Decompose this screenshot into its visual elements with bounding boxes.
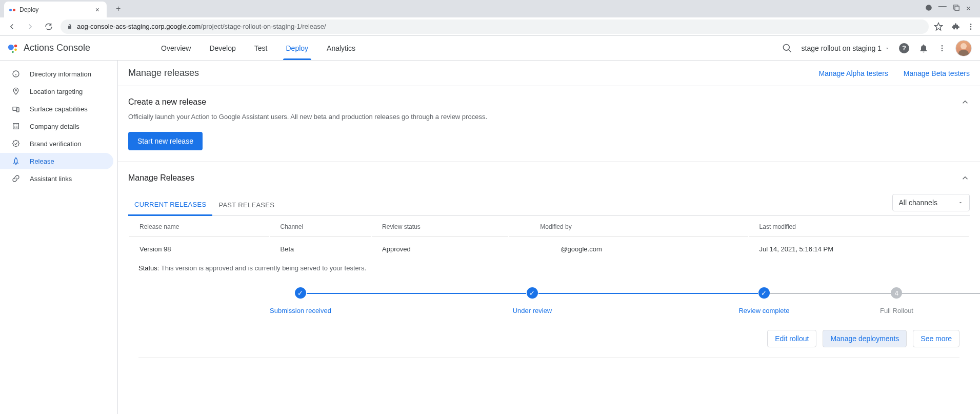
more-menu-icon[interactable] bbox=[938, 44, 946, 52]
search-icon[interactable] bbox=[782, 43, 792, 53]
url-text: aog-console-acs-staging.corp.google.com/… bbox=[77, 23, 326, 30]
sidebar-label: Location targeting bbox=[30, 88, 83, 95]
business-icon bbox=[11, 122, 21, 130]
account-circle-icon[interactable] bbox=[925, 4, 932, 11]
app-logo[interactable]: Actions Console bbox=[7, 43, 90, 54]
action-row: Edit rollout Manage deployments See more bbox=[128, 330, 970, 358]
svg-point-3 bbox=[970, 24, 972, 25]
manage-beta-link[interactable]: Manage Beta testers bbox=[904, 69, 970, 77]
window-controls: — × bbox=[925, 4, 976, 13]
dropdown-icon bbox=[885, 46, 890, 51]
maximize-icon[interactable] bbox=[953, 4, 960, 11]
avatar[interactable] bbox=[955, 40, 972, 56]
collapse-icon[interactable] bbox=[961, 97, 970, 107]
col-channel: Channel bbox=[270, 217, 371, 237]
verified-icon bbox=[11, 140, 21, 148]
svg-point-9 bbox=[12, 51, 14, 53]
sidebar-item-location[interactable]: Location targeting bbox=[0, 83, 113, 100]
manage-releases-section: Manage Releases CURRENT RELEASES PAST RE… bbox=[118, 162, 980, 369]
create-release-section: Create a new release Officially launch y… bbox=[118, 86, 980, 162]
tab-deploy[interactable]: Deploy bbox=[277, 36, 318, 60]
location-icon bbox=[11, 87, 21, 95]
tab-test[interactable]: Test bbox=[245, 36, 277, 60]
close-tab-icon[interactable]: × bbox=[93, 6, 102, 14]
browser-menu-icon[interactable] bbox=[967, 23, 975, 31]
svg-point-4 bbox=[970, 26, 972, 27]
status-line: Status: This version is approved and is … bbox=[128, 261, 970, 282]
filter-label: All channels bbox=[899, 199, 938, 207]
cell-last-modified: Jul 14, 2021, 5:16:14 PM bbox=[749, 238, 969, 260]
channel-filter[interactable]: All channels bbox=[892, 194, 970, 211]
svg-rect-2 bbox=[955, 6, 959, 10]
step-review-complete: ✓ Review complete bbox=[648, 287, 880, 314]
svg-point-15 bbox=[15, 90, 17, 91]
step-under-review: ✓ Under review bbox=[416, 287, 648, 314]
content: Manage releases Manage Alpha testers Man… bbox=[118, 61, 980, 414]
stepper: ✓ Submission received ✓ Under review ✓ R… bbox=[128, 282, 970, 330]
reload-icon[interactable] bbox=[42, 20, 55, 33]
see-more-button[interactable]: See more bbox=[913, 330, 959, 347]
address-bar: aog-console-acs-staging.corp.google.com/… bbox=[0, 17, 980, 36]
col-last-modified: Last modified bbox=[749, 217, 969, 237]
check-icon: ✓ bbox=[527, 287, 538, 299]
svg-rect-18 bbox=[13, 124, 19, 129]
extensions-icon[interactable] bbox=[950, 22, 959, 31]
tab-develop[interactable]: Develop bbox=[200, 36, 245, 60]
browser-tab-title: Deploy bbox=[19, 6, 89, 13]
new-tab-button[interactable]: + bbox=[113, 2, 124, 15]
sidebar-label: Directory information bbox=[30, 70, 91, 78]
tab-overview[interactable]: Overview bbox=[152, 36, 200, 60]
browser-tab[interactable]: Deploy × bbox=[4, 2, 107, 18]
sidebar-item-assistant-links[interactable]: Assistant links bbox=[0, 170, 113, 187]
url-field[interactable]: aog-console-acs-staging.corp.google.com/… bbox=[61, 19, 929, 34]
tab-past-releases[interactable]: PAST RELEASES bbox=[212, 195, 281, 215]
step-submission: ✓ Submission received bbox=[185, 287, 416, 314]
manage-deployments-button[interactable]: Manage deployments bbox=[823, 330, 907, 347]
devices-icon bbox=[11, 105, 21, 113]
col-release-name: Release name bbox=[129, 217, 269, 237]
link-icon bbox=[11, 174, 21, 183]
main-tabs: Overview Develop Test Deploy Analytics bbox=[152, 36, 365, 60]
section-desc: Officially launch your Action to Google … bbox=[128, 113, 970, 121]
minimize-icon[interactable]: — bbox=[938, 4, 947, 13]
release-tabs: CURRENT RELEASES PAST RELEASES All chann… bbox=[128, 194, 970, 216]
manage-alpha-link[interactable]: Manage Alpha testers bbox=[818, 69, 888, 77]
help-icon[interactable]: ? bbox=[899, 43, 909, 53]
app-title: Actions Console bbox=[24, 43, 90, 53]
tab-current-releases[interactable]: CURRENT RELEASES bbox=[128, 194, 212, 216]
info-icon bbox=[11, 70, 21, 78]
edit-rollout-button[interactable]: Edit rollout bbox=[767, 330, 816, 347]
bookmark-icon[interactable] bbox=[934, 22, 943, 31]
back-icon[interactable] bbox=[5, 20, 18, 33]
notifications-icon[interactable] bbox=[918, 43, 929, 53]
svg-point-6 bbox=[8, 44, 14, 50]
col-review-status: Review status bbox=[372, 217, 508, 237]
svg-point-13 bbox=[942, 50, 943, 51]
app-header: Actions Console Overview Develop Test De… bbox=[0, 36, 980, 61]
col-modified-by: Modified by bbox=[509, 217, 748, 237]
project-name: stage rollout on staging 1 bbox=[802, 44, 882, 52]
sidebar-item-surface[interactable]: Surface capabilities bbox=[0, 101, 113, 117]
page-head: Manage releases Manage Alpha testers Man… bbox=[118, 61, 980, 86]
sidebar-item-directory[interactable]: Directory information bbox=[0, 66, 113, 82]
section-title: Create a new release bbox=[128, 97, 206, 107]
sidebar-label: Release bbox=[30, 157, 54, 165]
browser-chrome: Deploy × + — × aog-console-acs-staging.c… bbox=[0, 0, 980, 36]
forward-icon[interactable] bbox=[24, 20, 37, 33]
status-text: This version is approved and is currentl… bbox=[161, 264, 366, 272]
project-selector[interactable]: stage rollout on staging 1 bbox=[802, 44, 890, 52]
sidebar-label: Assistant links bbox=[30, 175, 72, 183]
tab-strip: Deploy × + — × bbox=[0, 0, 980, 17]
cell-modified-by: @google.com bbox=[509, 238, 748, 260]
svg-point-12 bbox=[942, 47, 943, 49]
svg-point-5 bbox=[970, 28, 972, 30]
sidebar-item-brand[interactable]: Brand verification bbox=[0, 135, 113, 152]
close-window-icon[interactable]: × bbox=[966, 4, 971, 13]
table-row[interactable]: Version 98 Beta Approved @google.com Jul… bbox=[129, 238, 969, 260]
sidebar-item-release[interactable]: Release bbox=[0, 153, 113, 169]
collapse-icon[interactable] bbox=[961, 173, 970, 183]
step-full-rollout: 4 Full Rollout bbox=[880, 287, 913, 314]
tab-analytics[interactable]: Analytics bbox=[317, 36, 365, 60]
start-new-release-button[interactable]: Start new release bbox=[128, 132, 203, 150]
sidebar-item-company[interactable]: Company details bbox=[0, 118, 113, 134]
